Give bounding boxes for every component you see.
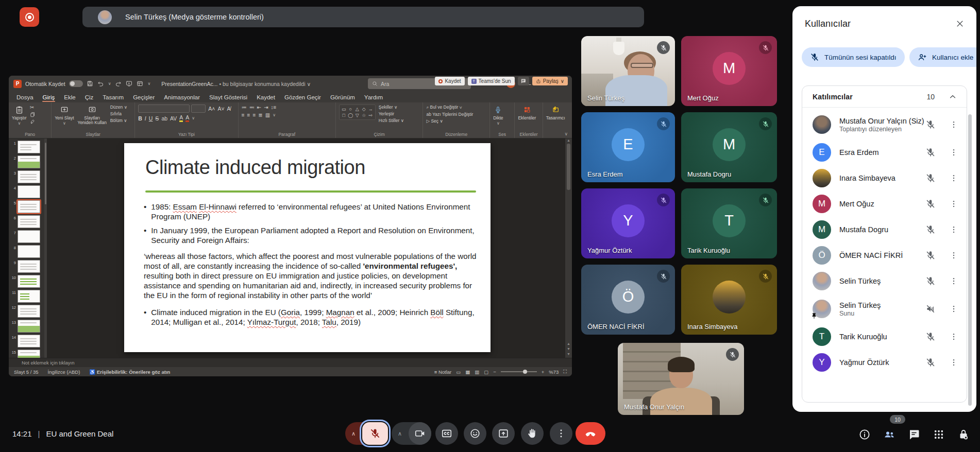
zoom-level[interactable]: %73 bbox=[549, 369, 559, 375]
participant-row[interactable]: Selin TürkeşSunu bbox=[802, 294, 967, 324]
mic-off-icon[interactable] bbox=[925, 332, 936, 342]
ribbon-tab-animasyonlar[interactable]: Animasyonlar bbox=[159, 92, 205, 102]
accessibility-status[interactable]: ♿ Erişilebilirlik: Önerilere göz atın bbox=[89, 369, 170, 375]
align-right-icon[interactable]: ≡ bbox=[252, 112, 256, 118]
highlight-button[interactable]: A bbox=[179, 114, 183, 122]
previous-slide-icon[interactable]: ▲ bbox=[567, 342, 570, 345]
mic-off-icon[interactable] bbox=[925, 224, 936, 235]
video-tile-mustafa-dogru[interactable]: MMustafa Dogru bbox=[681, 112, 777, 182]
leave-call-button[interactable] bbox=[576, 422, 605, 445]
speaker-off-icon[interactable] bbox=[925, 304, 936, 314]
shapes-gallery[interactable]: ▭○△◇→ □◯▽☆⇨ bbox=[339, 105, 376, 120]
view-reading-icon[interactable]: ▥ bbox=[475, 369, 479, 375]
slide-thumbnail-6[interactable] bbox=[18, 215, 40, 228]
activities-button[interactable] bbox=[933, 428, 945, 441]
slide-thumbnail-7[interactable] bbox=[18, 230, 40, 243]
mic-off-icon[interactable] bbox=[925, 199, 936, 209]
panel-scrollbar[interactable] bbox=[968, 114, 972, 406]
more-options-icon[interactable] bbox=[949, 148, 958, 157]
video-tile-inara-simbayeva[interactable]: Inara Simbayeva bbox=[681, 265, 777, 335]
font-size-input[interactable] bbox=[191, 105, 206, 113]
shrink-font-icon[interactable]: A˅ bbox=[217, 106, 224, 112]
document-title[interactable]: PresentationGreenAc... • bu bilgisayar k… bbox=[161, 81, 311, 87]
ribbon-tab-giriş[interactable]: Giriş bbox=[38, 92, 60, 102]
mic-off-icon[interactable] bbox=[925, 147, 936, 158]
more-options-icon[interactable] bbox=[949, 199, 958, 208]
slideshow-icon[interactable] bbox=[126, 80, 132, 87]
cut-icon[interactable]: ✂ bbox=[30, 105, 36, 110]
justify-icon[interactable]: ≣ bbox=[258, 112, 262, 118]
select-button[interactable]: ▷ Seç ∨ bbox=[426, 118, 473, 124]
slide-thumbnail-4[interactable] bbox=[18, 185, 40, 198]
notes-bar[interactable]: Not eklemek için tıklayın bbox=[9, 358, 572, 367]
captions-button[interactable] bbox=[435, 422, 458, 445]
save-icon[interactable] bbox=[87, 80, 93, 87]
more-options-button[interactable] bbox=[550, 422, 572, 445]
fit-slide-icon[interactable]: ⛶ bbox=[563, 369, 567, 375]
zoom-in-icon[interactable]: + bbox=[542, 369, 545, 375]
video-tile-mustafa-onur-yalçın[interactable]: Mustafa Onur Yalçın bbox=[618, 343, 744, 415]
scroll-up-icon[interactable]: ▲ bbox=[567, 138, 570, 142]
layout-button[interactable]: Düzen ∨ bbox=[110, 105, 127, 110]
slide-thumbnail-1[interactable] bbox=[18, 141, 40, 153]
comments-button[interactable] bbox=[518, 77, 529, 85]
meeting-details-button[interactable] bbox=[858, 428, 871, 441]
bold-button[interactable]: B bbox=[138, 115, 142, 121]
section-button[interactable]: Bölüm ∨ bbox=[110, 118, 127, 123]
ribbon-tab-gözden-geçir[interactable]: Gözden Geçir bbox=[280, 92, 326, 102]
mic-off-icon[interactable] bbox=[925, 250, 936, 260]
replace-fonts-button[interactable]: ab Yazı Tiplerini Değiştir bbox=[426, 112, 473, 117]
slide-number-status[interactable]: Slayt 5 / 35 bbox=[14, 369, 39, 375]
slide-thumbnail-8[interactable] bbox=[18, 245, 40, 258]
reset-button[interactable]: Sıfırla bbox=[110, 111, 127, 116]
ribbon-tab-ekle[interactable]: Ekle bbox=[59, 92, 80, 102]
camera-toggle-button[interactable] bbox=[409, 422, 431, 445]
find-replace-button[interactable]: ⌕ Bul ve Değiştir ∨ bbox=[426, 105, 473, 110]
zoom-slider[interactable] bbox=[501, 371, 537, 372]
chat-button[interactable] bbox=[908, 428, 920, 441]
bullets-icon[interactable]: ≔ bbox=[242, 105, 247, 110]
recording-indicator-button[interactable] bbox=[20, 7, 39, 27]
more-options-icon[interactable] bbox=[949, 358, 958, 367]
share-button[interactable]: Paylaş ∨ bbox=[532, 77, 568, 85]
video-tile-esra-erdem[interactable]: EEsra Erdem bbox=[581, 112, 675, 182]
thumbnail-scrollbar[interactable] bbox=[44, 138, 47, 358]
present-button[interactable] bbox=[492, 422, 515, 445]
grow-font-icon[interactable]: A˄ bbox=[208, 106, 215, 112]
participant-row[interactable]: Inara Simbayeva bbox=[802, 165, 967, 191]
participant-row[interactable]: TTarik Kuruoğlu bbox=[802, 324, 967, 350]
numbering-icon[interactable]: ≕ bbox=[249, 105, 255, 110]
present-in-teams-button[interactable]: TTeams'de Sun bbox=[468, 77, 515, 85]
indent-more-icon[interactable]: ⇥ bbox=[264, 105, 268, 110]
participant-row[interactable]: Mustafa Onur Yalçın (Siz)Toplantıyı düze… bbox=[802, 110, 967, 140]
mic-off-icon[interactable] bbox=[925, 276, 936, 286]
paste-button[interactable]: Yapıştır∨ bbox=[12, 105, 27, 126]
more-options-icon[interactable] bbox=[949, 173, 958, 183]
record-button[interactable]: Kaydet bbox=[435, 77, 464, 85]
scrollbar-thumb[interactable] bbox=[567, 144, 570, 190]
mic-toggle-button[interactable] bbox=[362, 422, 388, 445]
autosave-toggle[interactable] bbox=[69, 80, 83, 87]
align-left-icon[interactable]: ≡ bbox=[242, 112, 245, 118]
more-options-icon[interactable] bbox=[949, 332, 958, 341]
more-options-icon[interactable] bbox=[949, 276, 958, 286]
close-panel-button[interactable] bbox=[954, 18, 966, 30]
clear-format-icon[interactable]: A̸ bbox=[227, 106, 231, 112]
redo-icon[interactable] bbox=[115, 80, 122, 87]
ribbon-tab-slayt-gösterisi[interactable]: Slayt Gösterisi bbox=[205, 92, 252, 102]
ribbon-tab-çiz[interactable]: Çiz bbox=[80, 92, 98, 102]
ribbon-tab-kaydet[interactable]: Kaydet bbox=[252, 92, 280, 102]
italic-button[interactable]: I bbox=[145, 115, 146, 121]
slide-scrollbar[interactable]: ▲ ▲▼▼ bbox=[565, 138, 572, 358]
host-controls-button[interactable] bbox=[957, 428, 970, 441]
indent-less-icon[interactable]: ⇤ bbox=[257, 105, 261, 110]
view-sorter-icon[interactable]: ▦ bbox=[465, 369, 470, 375]
video-tile-yağmur-öztürk[interactable]: YYağmur Öztürk bbox=[581, 188, 675, 258]
underline-button[interactable]: U bbox=[149, 115, 153, 121]
ribbon-collapse-icon[interactable]: ∨ bbox=[564, 131, 568, 136]
slide-thumbnail-14[interactable] bbox=[18, 335, 40, 347]
participant-row[interactable]: ÖÖMER NACİ FİKRİ bbox=[802, 242, 967, 268]
quick-styles-button[interactable]: Hızlı Stiller ∨ bbox=[379, 118, 404, 123]
slide-thumbnail-10[interactable] bbox=[18, 275, 40, 288]
ribbon-tab-geçişler[interactable]: Geçişler bbox=[128, 92, 159, 102]
